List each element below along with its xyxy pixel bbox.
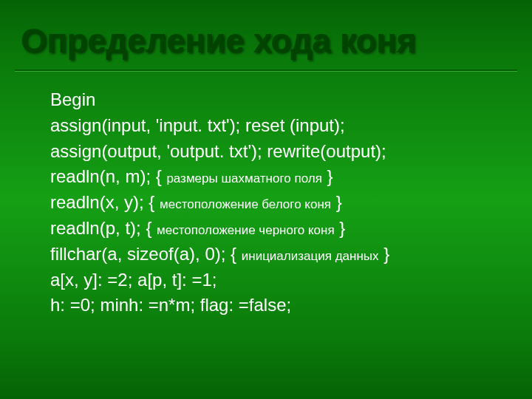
code-line: readln(n, m); { размеры шахматного поля …: [50, 164, 532, 190]
slide-title: Определение хода коня: [0, 0, 532, 61]
code-content: Begin assign(input, 'input. txt'); reset…: [0, 61, 532, 318]
code-line: Begin: [50, 87, 532, 113]
code-line: assign(input, 'input. txt'); reset (inpu…: [50, 113, 532, 139]
code-line: a[x, y]: =2; a[p, t]: =1;: [50, 267, 532, 293]
code-line: h: =0; minh: =n*m; flag: =false;: [50, 293, 532, 318]
title-underline: [15, 69, 517, 71]
code-line: fillchar(a, sizeof(a), 0); { инициализац…: [50, 242, 532, 267]
code-line: readln(p, t); { местоположение черного к…: [50, 216, 532, 242]
code-line: assign(output, 'output. txt'); rewrite(o…: [50, 139, 532, 165]
code-line: readln(x, y); { местоположение белого ко…: [50, 190, 532, 216]
